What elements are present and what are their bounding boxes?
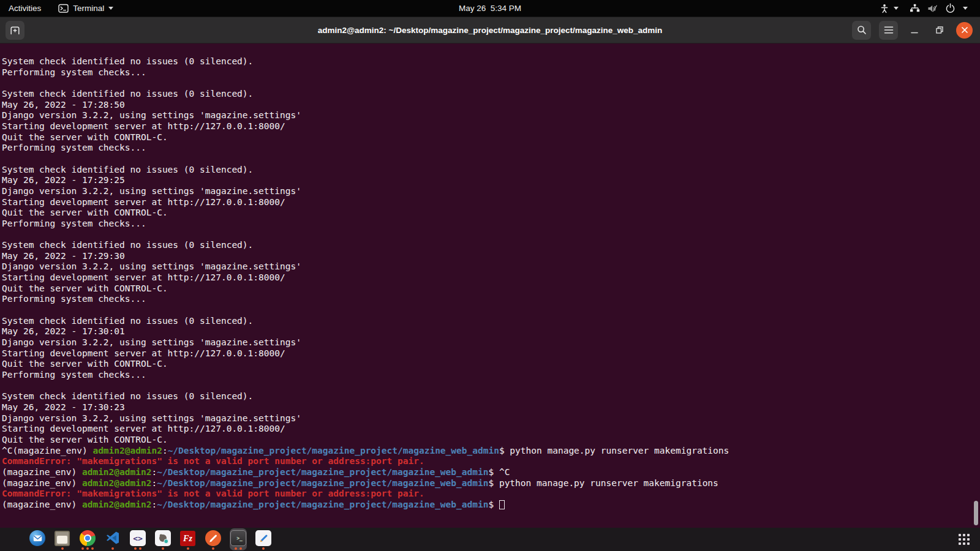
terminal-text: Quit the server with CONTROL-C. [2,435,168,444]
terminal-line: Performing system checks... [2,219,980,230]
dock-firefox[interactable] [4,528,21,550]
terminal-text: System check identified no issues (0 sil… [2,56,253,66]
dock-thunderbird[interactable] [29,528,46,550]
terminal-text: admin2@admin2 [82,478,152,488]
new-tab-button[interactable] [6,21,24,40]
terminal-line: Starting development server at http://12… [2,121,980,132]
running-indicator-dot [81,547,84,550]
terminal-text: Quit the server with CONTROL-C. [2,208,168,217]
terminal-line: CommandError: "makemigrations" is not a … [2,456,980,467]
terminal-line: Quit the server with CONTROL-C. [2,208,980,219]
menu-icon[interactable] [879,21,898,40]
terminal-text: (magazine_env) [2,467,82,477]
chrome-icon [80,530,96,546]
dock-code-editor[interactable]: <> [129,528,146,550]
terminal-line: System check identified no issues (0 sil… [2,165,980,176]
terminal-line: May 26, 2022 - 17:28:50 [2,100,980,111]
terminal-output[interactable]: System check identified no issues (0 sil… [0,43,980,528]
terminal-text: $ ^C [488,467,510,477]
minimize-button[interactable] [906,21,923,39]
terminal-text: May 26, 2022 - 17:29:25 [2,175,125,185]
terminal-text: May 26, 2022 - 17:29:30 [2,251,125,261]
terminal-text: : [151,467,157,477]
top-bar-center: May 26 5:34 PM [450,0,530,17]
activities-button[interactable]: Activities [0,0,50,17]
terminal-text: Django version 3.2.2, using settings 'ma… [2,110,301,120]
terminal-line: May 26, 2022 - 17:30:01 [2,326,980,337]
terminal-text: Starting development server at http://12… [2,272,285,282]
terminal-line: System check identified no issues (0 sil… [2,316,980,327]
terminal-line: Quit the server with CONTROL-C. [2,435,980,446]
terminal-text: (magazine_env) [2,478,82,488]
terminal-icon: >_ [230,530,246,546]
running-indicator-dot [111,547,114,550]
terminal-line: Starting development server at http://12… [2,348,980,359]
dock-files[interactable] [54,528,71,550]
terminal-line [2,381,980,392]
terminal-text: Performing system checks... [2,67,146,77]
terminal-line: Quit the server with CONTROL-C. [2,283,980,294]
terminal-line: May 26, 2022 - 17:30:23 [2,402,980,413]
terminal-text: May 26, 2022 - 17:30:23 [2,402,125,412]
running-indicator-dot [139,547,141,550]
running-indicator-dot [212,547,214,550]
volume-muted-icon [927,4,938,13]
terminal-scrollback: System check identified no issues (0 sil… [2,56,980,511]
app-menu-terminal[interactable]: Terminal [50,0,122,17]
terminal-text: Starting development server at http://12… [2,348,285,358]
dbeaver-icon [155,530,171,546]
terminal-text: CommandError: "makemigrations" is not a … [2,456,424,466]
clock-button[interactable]: May 26 5:34 PM [450,0,530,17]
terminal-line: Django version 3.2.2, using settings 'ma… [2,413,980,424]
dock-dbeaver[interactable] [154,528,172,550]
search-button[interactable] [852,21,871,40]
dock-vscode[interactable] [104,528,121,550]
terminal-line: ^C(magazine_env) admin2@admin2:~/Desktop… [2,446,980,457]
close-button[interactable] [956,22,973,39]
terminal-title-bar[interactable]: admin2@admin2: ~/Desktop/magazine_projec… [0,17,980,43]
filezilla-icon: Fz [180,531,195,546]
terminal-text: admin2@admin2 [82,500,152,509]
accessibility-menu-button[interactable] [875,0,903,17]
dock-drawing-app[interactable] [255,528,272,550]
terminal-line: System check identified no issues (0 sil… [2,89,980,100]
terminal-line: Starting development server at http://12… [2,272,980,283]
show-applications-button[interactable] [955,530,973,549]
top-bar-right [875,0,980,17]
thunderbird-icon [29,530,45,546]
terminal-text: Django version 3.2.2, using settings 'ma… [2,186,301,196]
terminal-line: Django version 3.2.2, using settings 'ma… [2,337,980,348]
terminal-text: Django version 3.2.2, using settings 'ma… [2,337,301,347]
terminal-line: (magazine_env) admin2@admin2:~/Desktop/m… [2,500,980,511]
terminal-text: admin2@admin2 [92,446,162,455]
dock-terminal[interactable]: >_ [230,528,247,550]
terminal-text: ~/Desktop/magazine_project/magazine_proj… [157,467,488,477]
restore-button[interactable] [931,21,948,39]
dock-filezilla[interactable]: Fz [179,528,197,550]
chevron-down-icon [108,7,113,10]
terminal-text: ~/Desktop/magazine_project/magazine_proj… [157,478,488,488]
terminal-line [2,305,980,316]
terminal-line [2,230,980,241]
terminal-text: Quit the server with CONTROL-C. [2,283,168,293]
running-indicator-dot [134,547,137,550]
terminal-text: Django version 3.2.2, using settings 'ma… [2,261,301,271]
top-bar: Activities Terminal May 26 5:34 PM [0,0,980,17]
terminal-line: Django version 3.2.2, using settings 'ma… [2,261,980,272]
chevron-down-icon [894,7,899,10]
terminal-line [2,78,980,89]
chevron-down-icon [963,7,968,10]
filezilla-glyph: Fz [183,534,192,544]
window-title: admin2@admin2: ~/Desktop/magazine_projec… [318,26,663,35]
terminal-text: May 26, 2022 - 17:30:01 [2,326,125,336]
dock-chrome[interactable] [79,528,96,550]
terminal-line: Starting development server at http://12… [2,424,980,435]
terminal-scrollbar[interactable] [974,501,978,525]
terminal-cursor [499,500,505,509]
terminal-text: ~/Desktop/magazine_project/magazine_proj… [168,446,499,455]
terminal-line: May 26, 2022 - 17:29:30 [2,251,980,262]
system-status-area[interactable] [903,0,974,17]
terminal-text: Performing system checks... [2,219,146,228]
terminal-text: Starting development server at http://12… [2,197,285,207]
dock-text-editor[interactable] [205,528,222,550]
